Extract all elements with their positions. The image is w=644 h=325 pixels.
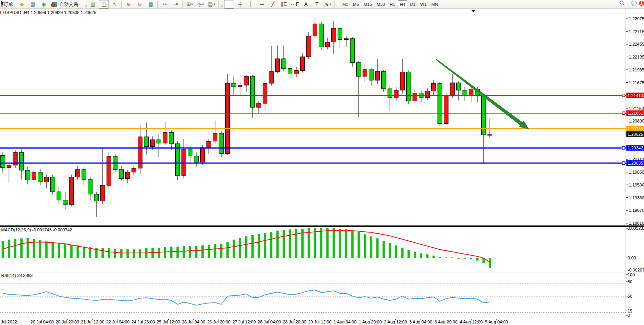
svg-text:1.18810: 1.18810 (629, 221, 644, 226)
window-icon-sliver (0, 11, 1, 14)
cursor-tool[interactable] (224, 0, 234, 9)
chart-shift-icon[interactable]: ⇥ (171, 0, 181, 9)
svg-text:80: 80 (628, 279, 632, 284)
time-axis[interactable]: Jul 202220 Jul 04:0020 Jul 20:0021 Jul 1… (1, 319, 508, 324)
svg-text:1.19850: 1.19850 (629, 170, 644, 174)
svg-text:28 Jul 04:00: 28 Jul 04:00 (258, 320, 281, 324)
timeframe-button-h4[interactable]: H4 (398, 0, 407, 8)
svg-text:5 Aug 04:00: 5 Aug 04:00 (485, 320, 508, 324)
svg-text:24 Jul 23:00: 24 Jul 23:00 (132, 320, 155, 324)
svg-text:22 Jul 04:00: 22 Jul 04:00 (106, 320, 130, 324)
svg-text:1.22195: 1.22195 (629, 55, 644, 59)
toolbar-right: 1 (619, 0, 642, 9)
line-chart-icon[interactable]: ∿ (110, 0, 120, 9)
notification-count-badge: 1 (639, 1, 644, 6)
svg-text:1.19070: 1.19070 (629, 208, 644, 213)
timeframe-button-m1[interactable]: M1 (340, 0, 350, 8)
autotrading-button[interactable]: 自动交易 (50, 0, 80, 9)
text-tool[interactable]: A (301, 0, 311, 9)
new-order-icon[interactable]: ◆ (17, 0, 27, 9)
chevron-down-icon: ▾ (213, 0, 215, 8)
market-watch-icon[interactable]: ▦ (28, 0, 38, 9)
svg-text:1.21413: 1.21413 (628, 93, 643, 98)
svg-text:1.20035: 1.20035 (628, 161, 643, 165)
svg-text:27 Jul 12:00: 27 Jul 12:00 (232, 320, 256, 324)
svg-text:20 Jul 04:00: 20 Jul 04:00 (30, 320, 54, 324)
timeframe-button-h1[interactable]: H1 (388, 0, 397, 8)
svg-text:29 Jul 12:00: 29 Jul 12:00 (308, 320, 331, 324)
svg-text:3 Aug 04:00: 3 Aug 04:00 (409, 320, 432, 324)
search-button[interactable] (619, 0, 630, 9)
svg-text:1 Aug 04:00: 1 Aug 04:00 (334, 320, 357, 324)
svg-text:2 Aug 12:00: 2 Aug 12:00 (384, 320, 407, 324)
chevron-down-icon: ▾ (202, 0, 204, 8)
svg-text:26 Jul 20:00: 26 Jul 20:00 (207, 320, 231, 324)
horizontal-line-tool[interactable]: ─ (257, 0, 267, 9)
svg-text:3 Aug 20:00: 3 Aug 20:00 (434, 320, 457, 324)
svg-text:0.005232: 0.005232 (628, 226, 644, 231)
svg-text:1.20890: 1.20890 (629, 119, 644, 123)
svg-text:1.22455: 1.22455 (629, 42, 644, 46)
auto-scroll-icon[interactable]: ↦ (160, 0, 170, 9)
toolbar: 新订单 ◆▦◉ 自动交易 ▥◫∿ ⊕⊖▦ ↦⇥ ⊞▾◷▾▤▾ ┼│─╱∥E⋯FA… (0, 0, 644, 9)
svg-text:1.21051: 1.21051 (628, 111, 643, 115)
zoom-out-icon[interactable]: ⊖ (135, 0, 145, 9)
svg-text:1.20625: 1.20625 (628, 132, 643, 137)
svg-text:1.20736: 1.20736 (628, 126, 643, 131)
timeframes-icon[interactable]: ◷▾ (196, 0, 206, 9)
svg-text:1.21675: 1.21675 (629, 80, 644, 85)
svg-text:4 Aug 12:00: 4 Aug 12:00 (460, 320, 483, 324)
timeframe-button-m15[interactable]: M15 (362, 0, 374, 8)
timeframe-button-w1[interactable]: W1 (418, 0, 429, 8)
chevron-down-icon: ▾ (329, 0, 331, 8)
toolbar-left-icons: ◆▦◉ (16, 0, 49, 9)
crosshair-tool[interactable]: ┼ (235, 0, 245, 9)
search-icon (619, 0, 625, 6)
label-tool[interactable]: T (312, 0, 322, 9)
chevron-down-icon: ▾ (191, 0, 193, 8)
fibonacci-tool[interactable]: ⋯F (290, 0, 300, 9)
macd-indicator-label: MACD(12,26,9) -0.001743 -0.000742 (1, 227, 72, 232)
candlestick-chart-icon[interactable]: ◫ (99, 0, 109, 9)
svg-text:1.20342: 1.20342 (628, 146, 643, 150)
notifications-button[interactable]: 1 (630, 0, 642, 9)
templates-icon[interactable]: ▤▾ (206, 0, 217, 9)
zoom-in-icon[interactable]: ⊕ (124, 0, 134, 9)
timeframe-button-m30[interactable]: M30 (375, 0, 387, 8)
svg-text:100: 100 (628, 272, 635, 277)
svg-text:20 Jul 20:00: 20 Jul 20:00 (56, 320, 79, 324)
terminal-window: 新订单 ◆▦◉ 自动交易 ▥◫∿ ⊕⊖▦ ↦⇥ ⊞▾◷▾▤▾ ┼│─╱∥E⋯FA… (0, 0, 644, 325)
svg-text:28 Jul 20:00: 28 Jul 20:00 (283, 320, 306, 324)
arrows-tool[interactable]: ⇘▾ (323, 0, 333, 9)
svg-text:0.00: 0.00 (628, 256, 636, 260)
svg-text:1.22975: 1.22975 (629, 16, 644, 21)
cursor-icon (0, 0, 5, 6)
timeframe-button-mn[interactable]: MN (429, 0, 440, 8)
svg-text:1.19590: 1.19590 (629, 183, 644, 187)
signal-icon[interactable]: ◉ (39, 0, 49, 9)
chart-type-group: ▥◫∿ (87, 0, 120, 9)
price-chart[interactable]: 1.229751.227151.224551.221951.219351.216… (0, 0, 644, 325)
timeframe-button-m5[interactable]: M5 (351, 0, 361, 8)
chart-symbol-label: GBPUSD-,H4 1.20599 1.20929 1.20538 1.206… (3, 10, 96, 15)
tile-windows-icon[interactable]: ▦ (146, 0, 156, 9)
svg-text:1.19330: 1.19330 (629, 195, 644, 200)
autotrading-icon (51, 2, 57, 7)
scroll-group: ↦⇥ (159, 0, 181, 9)
svg-text:-0.002075: -0.002075 (628, 268, 644, 272)
svg-text:21 Jul 12:00: 21 Jul 12:00 (81, 320, 104, 324)
trendline-tool[interactable]: ╱ (268, 0, 278, 9)
zoom-group: ⊕⊖▦ (123, 0, 156, 9)
svg-text:1.21935: 1.21935 (629, 67, 644, 72)
channel-tool[interactable]: ∥E (279, 0, 289, 9)
svg-text:25 Jul 12:00: 25 Jul 12:00 (157, 320, 180, 324)
vertical-line-tool[interactable]: │ (246, 0, 256, 9)
timeframe-group: M1M5M15M30H1H4D1W1MN (340, 0, 440, 9)
timeframe-button-d1[interactable]: D1 (408, 0, 417, 8)
bar-chart-icon[interactable]: ▥ (88, 0, 98, 9)
svg-text:26 Jul 04:00: 26 Jul 04:00 (182, 320, 205, 324)
new-chart-icon[interactable]: ⊞▾ (185, 0, 195, 9)
profiles-group: ⊞▾◷▾▤▾ (184, 0, 217, 9)
chat-bubble-icon (631, 0, 638, 7)
svg-text:1.22715: 1.22715 (629, 29, 644, 34)
